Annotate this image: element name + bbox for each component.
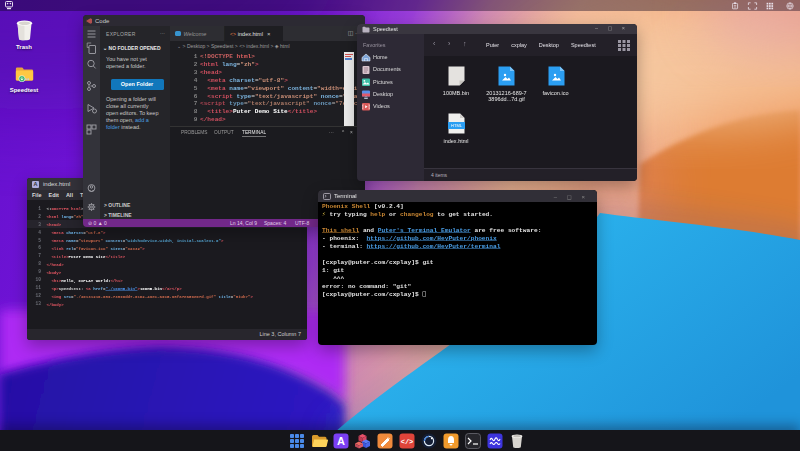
- svg-text:HTML: HTML: [451, 123, 463, 128]
- svg-text:A: A: [337, 435, 345, 447]
- svg-text:</>: </>: [401, 438, 414, 446]
